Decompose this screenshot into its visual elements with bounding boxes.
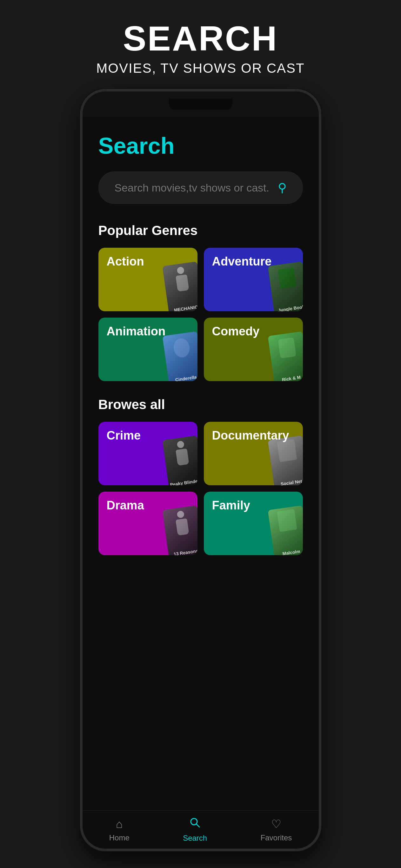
- search-nav-icon: [189, 817, 201, 831]
- poster-text-crime: Peaky Blinders: [168, 478, 197, 485]
- genre-card-family[interactable]: Family Malcolm: [204, 492, 303, 555]
- status-bar: [83, 91, 319, 117]
- genre-label-drama: Drama: [107, 499, 144, 512]
- notch: [169, 98, 233, 110]
- nav-label-favorites: Favorites: [261, 833, 292, 842]
- nav-label-search: Search: [183, 834, 207, 843]
- poster-text-action: MECHANIC: [168, 304, 197, 311]
- poster-adventure: Jungle Book: [268, 261, 303, 311]
- promo-subtitle: MOVIES, TV SHOWS OR CAST: [13, 61, 388, 76]
- poster-text-adventure: Jungle Book: [274, 304, 303, 311]
- genre-card-animation[interactable]: Animation Cinderella: [98, 318, 197, 381]
- genre-label-adventure: Adventure: [212, 255, 272, 268]
- page-title: Search: [98, 133, 303, 159]
- genre-card-comedy[interactable]: Comedy Rick & M: [204, 318, 303, 381]
- svg-line-1: [196, 824, 199, 827]
- poster-animation: Cinderella: [162, 331, 197, 381]
- genre-card-documentary[interactable]: Documentary Social Net: [204, 422, 303, 485]
- genre-card-adventure[interactable]: Adventure Jungle Book: [204, 248, 303, 311]
- poster-family: Malcolm: [268, 505, 303, 555]
- popular-genres-title: Popular Genres: [98, 223, 303, 238]
- search-icon[interactable]: ⚲: [278, 181, 287, 195]
- nav-item-home[interactable]: ⌂ Home: [109, 817, 129, 842]
- popular-genres-grid: Action MECHANIC Adventure Jungle Book: [98, 248, 303, 381]
- favorites-icon: ♡: [271, 817, 281, 831]
- promo-title: SEARCH: [13, 19, 388, 58]
- genre-label-comedy: Comedy: [212, 324, 260, 338]
- nav-label-home: Home: [109, 833, 129, 842]
- poster-drama: 13 Reasons: [162, 505, 197, 555]
- poster-action: MECHANIC: [162, 261, 197, 311]
- genre-card-crime[interactable]: Crime Peaky Blinders: [98, 422, 197, 485]
- phone-frame: Search ⚲ Popular Genres Action MECHANIC: [80, 89, 321, 851]
- genre-label-crime: Crime: [107, 429, 141, 442]
- phone-wrapper: Search ⚲ Popular Genres Action MECHANIC: [80, 89, 321, 851]
- poster-crime: Peaky Blinders: [162, 435, 197, 485]
- nav-item-search[interactable]: Search: [183, 817, 207, 843]
- poster-documentary: Social Net: [268, 435, 303, 485]
- genre-card-action[interactable]: Action MECHANIC: [98, 248, 197, 311]
- genre-label-animation: Animation: [107, 324, 166, 338]
- browse-all-grid: Crime Peaky Blinders Documentary Social …: [98, 422, 303, 555]
- promo-section: SEARCH MOVIES, TV SHOWS OR CAST: [0, 0, 401, 89]
- phone-content: Search ⚲ Popular Genres Action MECHANIC: [83, 117, 319, 815]
- genre-label-action: Action: [107, 255, 144, 268]
- genre-label-documentary: Documentary: [212, 429, 289, 442]
- bottom-nav: ⌂ Home Search ♡ Favorites: [83, 810, 319, 849]
- poster-text-family: Malcolm: [274, 548, 303, 555]
- genre-card-drama[interactable]: Drama 13 Reasons: [98, 492, 197, 555]
- browse-all-title: Browes all: [98, 397, 303, 412]
- search-input[interactable]: [115, 182, 270, 194]
- poster-text-documentary: Social Net: [274, 478, 303, 485]
- search-bar[interactable]: ⚲: [98, 172, 303, 204]
- home-icon: ⌂: [116, 817, 123, 831]
- poster-text-drama: 13 Reasons: [168, 548, 197, 555]
- poster-comedy: Rick & M: [268, 331, 303, 381]
- nav-item-favorites[interactable]: ♡ Favorites: [261, 817, 292, 842]
- poster-text-animation: Cinderella: [168, 373, 197, 381]
- genre-label-family: Family: [212, 499, 250, 512]
- poster-text-comedy: Rick & M: [274, 373, 303, 381]
